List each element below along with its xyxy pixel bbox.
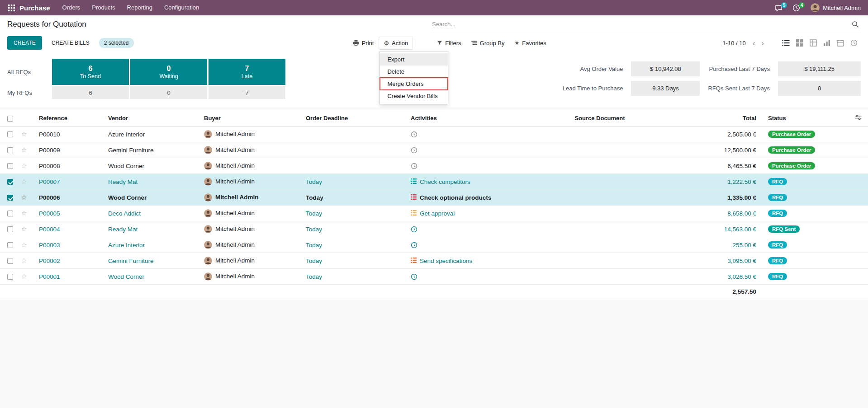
stat-waiting-all[interactable]: 0Waiting xyxy=(130,59,207,85)
activities-cell[interactable]: Send specifications xyxy=(405,253,514,269)
order-deadline-cell[interactable]: Today xyxy=(300,206,405,221)
vendor-cell[interactable]: Wood Corner xyxy=(103,269,199,285)
source-document-cell[interactable] xyxy=(514,206,686,221)
activity-label[interactable]: Send specifications xyxy=(420,258,472,264)
source-document-cell[interactable] xyxy=(514,142,686,158)
activities-cell[interactable] xyxy=(405,237,514,253)
activity-label[interactable]: Check competitors xyxy=(420,178,470,185)
status-cell[interactable]: Purchase Order xyxy=(763,127,849,142)
row-star-cell[interactable]: ☆ xyxy=(16,206,32,221)
favorite-star-icon[interactable]: ☆ xyxy=(21,272,27,280)
schedule-activity-clock-icon[interactable] xyxy=(411,163,417,169)
row-select-cell[interactable] xyxy=(0,269,16,285)
column-header-total[interactable]: Total xyxy=(686,110,763,127)
reference-cell[interactable]: P00001 xyxy=(32,269,103,285)
total-cell[interactable]: 8,658.00 € xyxy=(686,206,763,221)
activity-item[interactable]: Send specifications xyxy=(411,258,472,264)
print-button[interactable]: Print xyxy=(348,37,379,50)
vendor-cell[interactable]: Deco Addict xyxy=(103,206,199,221)
row-checkbox[interactable] xyxy=(7,179,13,185)
row-select-cell[interactable] xyxy=(0,190,16,206)
rfq-row[interactable]: ☆P00004Ready MatMitchell AdminToday14,56… xyxy=(0,221,868,237)
action-item-export[interactable]: Export xyxy=(380,53,448,66)
kpi-rfqs-sent-last-7-days-value[interactable]: 0 xyxy=(778,81,861,96)
total-cell[interactable]: 12,500.00 € xyxy=(686,142,763,158)
view-pivot-button[interactable] xyxy=(806,37,820,49)
source-document-cell[interactable] xyxy=(514,127,686,142)
rfq-row[interactable]: ☆P00001Wood CornerMitchell AdminToday3,0… xyxy=(0,269,868,285)
schedule-activity-clock-icon[interactable] xyxy=(411,131,417,138)
order-deadline-cell[interactable] xyxy=(300,127,405,142)
row-star-cell[interactable]: ☆ xyxy=(16,237,32,253)
stat-to-send-my[interactable]: 6 xyxy=(52,86,129,99)
column-header-source-document[interactable]: Source Document xyxy=(514,110,686,127)
schedule-activity-clock-icon[interactable] xyxy=(411,242,417,249)
column-header-buyer[interactable]: Buyer xyxy=(199,110,300,127)
order-deadline-cell[interactable]: Today xyxy=(300,269,405,285)
row-select-cell[interactable] xyxy=(0,253,16,269)
source-document-cell[interactable] xyxy=(514,190,686,206)
rfq-row[interactable]: ☆P00009Gemini FurnitureMitchell Admin12,… xyxy=(0,142,868,158)
row-checkbox[interactable] xyxy=(7,195,13,201)
reference-cell[interactable]: P00009 xyxy=(32,142,103,158)
column-header-vendor[interactable]: Vendor xyxy=(103,110,199,127)
source-document-cell[interactable] xyxy=(514,158,686,174)
row-select-cell[interactable] xyxy=(0,237,16,253)
status-cell[interactable]: RFQ xyxy=(763,253,849,269)
menu-products[interactable]: Products xyxy=(86,0,121,15)
total-cell[interactable]: 1,222.50 € xyxy=(686,174,763,190)
menu-configuration[interactable]: Configuration xyxy=(158,0,205,15)
vendor-cell[interactable]: Wood Corner xyxy=(103,190,199,206)
search-input[interactable] xyxy=(431,20,850,28)
stat-late-all[interactable]: 7Late xyxy=(209,59,285,85)
column-header-order-deadline[interactable]: Order Deadline xyxy=(300,110,405,127)
create-bills-button[interactable]: CREATE BILLS xyxy=(47,36,95,50)
schedule-activity-clock-icon[interactable] xyxy=(411,273,417,280)
view-list-button[interactable] xyxy=(779,37,793,49)
favorite-star-icon[interactable]: ☆ xyxy=(21,209,27,217)
activities-cell[interactable]: Check competitors xyxy=(405,174,514,190)
favorite-star-icon[interactable]: ☆ xyxy=(21,146,27,154)
row-star-cell[interactable]: ☆ xyxy=(16,190,32,206)
rfq-row[interactable]: ☆P00007Ready MatMitchell AdminTodayCheck… xyxy=(0,174,868,190)
kpi-lead-time-to-purchase-value[interactable]: 9.33 Days xyxy=(631,81,700,96)
menu-reporting[interactable]: Reporting xyxy=(121,0,158,15)
filters-button[interactable]: Filters xyxy=(432,37,466,50)
row-star-cell[interactable]: ☆ xyxy=(16,174,32,190)
vendor-cell[interactable]: Ready Mat xyxy=(103,174,199,190)
action-item-create-vendor-bills[interactable]: Create Vendor Bills xyxy=(380,90,448,102)
select-all-checkbox[interactable] xyxy=(7,116,13,122)
buyer-cell[interactable]: Mitchell Admin xyxy=(199,142,300,158)
view-activity-button[interactable] xyxy=(847,37,861,49)
vendor-cell[interactable]: Ready Mat xyxy=(103,221,199,237)
status-cell[interactable]: RFQ Sent xyxy=(763,221,849,237)
stat-late-my[interactable]: 7 xyxy=(209,86,285,99)
reference-cell[interactable]: P00010 xyxy=(32,127,103,142)
source-document-cell[interactable] xyxy=(514,174,686,190)
reference-cell[interactable]: P00007 xyxy=(32,174,103,190)
kpi-avg-order-value-value[interactable]: $ 10,942.08 xyxy=(631,61,700,76)
rfq-row[interactable]: ☆P00010Azure InteriorMitchell Admin2,505… xyxy=(0,127,868,142)
status-cell[interactable]: Purchase Order xyxy=(763,158,849,174)
apps-menu-button[interactable] xyxy=(5,3,19,13)
row-checkbox[interactable] xyxy=(7,274,13,280)
activities-cell[interactable]: Check optional products xyxy=(405,190,514,206)
favorite-star-icon[interactable]: ☆ xyxy=(21,193,27,201)
activity-item[interactable]: Check optional products xyxy=(411,194,491,201)
total-cell[interactable]: 6,465.50 € xyxy=(686,158,763,174)
status-cell[interactable]: RFQ xyxy=(763,237,849,253)
total-cell[interactable]: 3,026.50 € xyxy=(686,269,763,285)
optional-columns-toggle[interactable] xyxy=(849,110,868,127)
reference-cell[interactable]: P00002 xyxy=(32,253,103,269)
order-deadline-cell[interactable]: Today xyxy=(300,174,405,190)
stat-waiting-my[interactable]: 0 xyxy=(130,86,207,99)
row-checkbox[interactable] xyxy=(7,258,13,264)
messages-button[interactable]: 5 xyxy=(770,2,787,14)
row-checkbox[interactable] xyxy=(7,226,13,232)
rfq-row[interactable]: ☆P00005Deco AddictMitchell AdminTodayGet… xyxy=(0,206,868,221)
row-star-cell[interactable]: ☆ xyxy=(16,221,32,237)
activity-label[interactable]: Check optional products xyxy=(420,194,491,201)
total-cell[interactable]: 14,563.00 € xyxy=(686,221,763,237)
favorite-star-icon[interactable]: ☆ xyxy=(21,225,27,233)
source-document-cell[interactable] xyxy=(514,237,686,253)
